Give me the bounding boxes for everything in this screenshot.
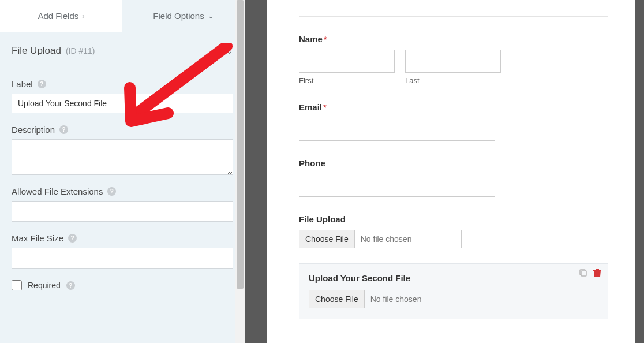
help-icon[interactable]: ? <box>38 80 46 88</box>
first-name-input[interactable] <box>299 50 395 73</box>
no-file-text: No file chosen <box>365 294 428 304</box>
help-icon[interactable]: ? <box>66 281 75 290</box>
sidebar-tabs: Add Fields › Field Options ⌄ <box>0 0 245 32</box>
scrollbar[interactable] <box>235 0 245 343</box>
no-file-text: No file chosen <box>355 234 418 244</box>
email-label: Email <box>299 102 322 112</box>
choose-file-button[interactable]: Choose File <box>299 230 355 248</box>
field-id: (ID #11) <box>66 46 95 55</box>
description-field-label: Description <box>12 125 55 135</box>
svg-rect-0 <box>581 271 586 276</box>
file-upload-1-preview[interactable]: File Upload Choose File No file chosen <box>299 214 608 248</box>
max-size-input[interactable] <box>12 248 233 269</box>
field-options-panel: File Upload (ID #11) ⌄ Label ? Descripti… <box>0 32 245 343</box>
email-field-preview[interactable]: Email* <box>299 102 608 141</box>
last-name-input[interactable] <box>405 50 501 73</box>
label-field-label: Label <box>12 79 33 89</box>
first-sublabel: First <box>299 76 395 85</box>
allowed-ext-label: Allowed File Extensions <box>12 187 103 196</box>
tab-field-options[interactable]: Field Options ⌄ <box>122 0 245 32</box>
duplicate-icon[interactable] <box>579 269 588 278</box>
field-type-title: File Upload <box>12 45 61 56</box>
phone-field-preview[interactable]: Phone <box>299 158 608 197</box>
tab-field-options-label: Field Options <box>153 11 204 21</box>
field-header[interactable]: File Upload (ID #11) ⌄ <box>12 45 233 66</box>
trash-icon[interactable] <box>593 269 602 278</box>
help-icon[interactable]: ? <box>59 125 68 134</box>
allowed-ext-input[interactable] <box>12 201 233 222</box>
last-sublabel: Last <box>405 76 501 85</box>
required-star: * <box>324 34 327 44</box>
phone-label: Phone <box>299 158 608 168</box>
choose-file-button[interactable]: Choose File <box>309 290 365 308</box>
required-label: Required <box>28 281 61 290</box>
name-label: Name <box>299 34 323 44</box>
tab-add-fields-label: Add Fields <box>38 11 78 21</box>
max-size-label: Max File Size <box>12 233 63 243</box>
scrollbar-thumb[interactable] <box>237 0 244 289</box>
chevron-down-icon[interactable]: ⌄ <box>226 46 233 55</box>
tab-add-fields[interactable]: Add Fields › <box>0 0 122 32</box>
required-checkbox[interactable] <box>12 280 22 290</box>
phone-input[interactable] <box>299 174 495 197</box>
description-input[interactable] <box>12 139 233 175</box>
file2-label: Upload Your Second File <box>309 273 598 283</box>
email-input[interactable] <box>299 118 495 141</box>
help-icon[interactable]: ? <box>68 234 77 243</box>
file-upload-2-preview-selected[interactable]: Upload Your Second File Choose File No f… <box>299 263 608 319</box>
chevron-down-icon: ⌄ <box>208 12 214 20</box>
help-icon[interactable]: ? <box>107 187 116 196</box>
required-star: * <box>323 102 327 112</box>
file1-label: File Upload <box>299 214 608 224</box>
form-preview: Name* First Last Email* Phone <box>267 0 635 343</box>
divider <box>299 16 608 17</box>
name-field-preview[interactable]: Name* First Last <box>299 34 608 85</box>
chevron-right-icon: › <box>82 12 84 20</box>
label-input[interactable] <box>12 94 233 113</box>
